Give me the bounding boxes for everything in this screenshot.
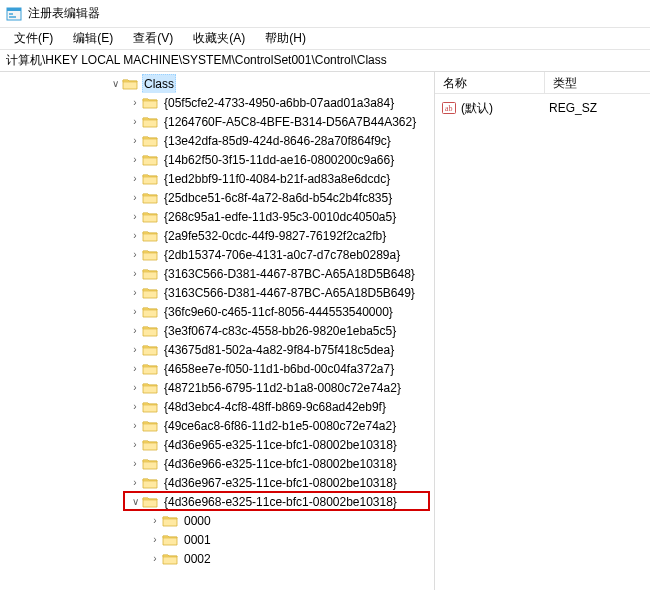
chevron-right-icon[interactable]: › — [128, 474, 142, 492]
tree-item[interactable]: ›0002 — [0, 549, 434, 568]
menu-edit[interactable]: 编辑(E) — [63, 28, 123, 49]
tree-item[interactable]: ›{4d36e967-e325-11ce-bfc1-08002be10318} — [0, 473, 434, 492]
tree-item-label: {3e3f0674-c83c-4558-bb26-9820e1eba5c5} — [162, 322, 398, 340]
folder-icon — [142, 172, 158, 186]
tree-item-label: {43675d81-502a-4a82-9f84-b75f418c5dea} — [162, 341, 396, 359]
tree-item[interactable]: ›{1ed2bbf9-11f0-4084-b21f-ad83a8e6dcdc} — [0, 169, 434, 188]
value-row[interactable]: ab(默认)REG_SZ — [435, 98, 650, 118]
chevron-right-icon[interactable]: › — [128, 227, 142, 245]
folder-icon — [142, 400, 158, 414]
tree-pane[interactable]: ∨Class›{05f5cfe2-4733-4950-a6bb-07aad01a… — [0, 72, 435, 590]
folder-icon — [142, 267, 158, 281]
chevron-right-icon[interactable]: › — [128, 208, 142, 226]
chevron-down-icon[interactable]: ∨ — [128, 493, 142, 511]
tree-item[interactable]: ›{2a9fe532-0cdc-44f9-9827-76192f2ca2fb} — [0, 226, 434, 245]
tree-item-label: {05f5cfe2-4733-4950-a6bb-07aad01a3a84} — [162, 94, 396, 112]
menu-bar: 文件(F) 编辑(E) 查看(V) 收藏夹(A) 帮助(H) — [0, 28, 650, 50]
tree-item[interactable]: ›{48721b56-6795-11d2-b1a8-0080c72e74a2} — [0, 378, 434, 397]
chevron-right-icon[interactable]: › — [148, 531, 162, 549]
chevron-right-icon[interactable]: › — [128, 94, 142, 112]
folder-icon — [142, 229, 158, 243]
chevron-right-icon[interactable]: › — [128, 113, 142, 131]
tree-item[interactable]: ›{4658ee7e-f050-11d1-b6bd-00c04fa372a7} — [0, 359, 434, 378]
chevron-right-icon[interactable]: › — [128, 151, 142, 169]
folder-icon — [142, 362, 158, 376]
tree-item-label: 0000 — [182, 512, 213, 530]
tree-item[interactable]: ›{48d3ebc4-4cf8-48ff-b869-9c68ad42eb9f} — [0, 397, 434, 416]
folder-icon — [142, 191, 158, 205]
tree-item[interactable]: ›{4d36e966-e325-11ce-bfc1-08002be10318} — [0, 454, 434, 473]
tree-item-label: {3163C566-D381-4467-87BC-A65A18D5B649} — [162, 284, 417, 302]
tree-item-label: {36fc9e60-c465-11cf-8056-444553540000} — [162, 303, 395, 321]
address-bar[interactable]: 计算机\HKEY LOCAL MACHINE\SYSTEM\ControlSet… — [0, 50, 650, 72]
tree-item[interactable]: ›{1264760F-A5C8-4BFE-B314-D56A7B44A362} — [0, 112, 434, 131]
tree-item-label: {49ce6ac8-6f86-11d2-b1e5-0080c72e74a2} — [162, 417, 398, 435]
chevron-right-icon[interactable]: › — [128, 170, 142, 188]
value-type: REG_SZ — [545, 101, 650, 115]
tree-item[interactable]: ›{14b62f50-3f15-11dd-ae16-0800200c9a66} — [0, 150, 434, 169]
chevron-right-icon[interactable]: › — [128, 284, 142, 302]
tree-item[interactable]: ›{05f5cfe2-4733-4950-a6bb-07aad01a3a84} — [0, 93, 434, 112]
chevron-right-icon[interactable]: › — [128, 246, 142, 264]
tree-item[interactable]: ›{2db15374-706e-4131-a0c7-d7c78eb0289a} — [0, 245, 434, 264]
chevron-right-icon[interactable]: › — [128, 322, 142, 340]
column-type[interactable]: 类型 — [545, 72, 650, 93]
menu-help[interactable]: 帮助(H) — [255, 28, 316, 49]
folder-icon — [142, 343, 158, 357]
tree-item[interactable]: ∨{4d36e968-e325-11ce-bfc1-08002be10318} — [0, 492, 434, 511]
values-pane[interactable]: 名称 类型 ab(默认)REG_SZ — [435, 72, 650, 590]
column-name[interactable]: 名称 — [435, 72, 545, 93]
folder-icon — [142, 381, 158, 395]
tree-item[interactable]: ›{3e3f0674-c83c-4558-bb26-9820e1eba5c5} — [0, 321, 434, 340]
menu-file[interactable]: 文件(F) — [4, 28, 63, 49]
window-title: 注册表编辑器 — [28, 5, 100, 22]
chevron-right-icon[interactable]: › — [128, 398, 142, 416]
menu-favorites[interactable]: 收藏夹(A) — [183, 28, 255, 49]
chevron-right-icon[interactable]: › — [128, 132, 142, 150]
tree-item[interactable]: ›{43675d81-502a-4a82-9f84-b75f418c5dea} — [0, 340, 434, 359]
tree-item[interactable]: ›{36fc9e60-c465-11cf-8056-444553540000} — [0, 302, 434, 321]
folder-icon — [142, 476, 158, 490]
tree-item-class[interactable]: ∨Class — [0, 74, 434, 93]
chevron-right-icon[interactable]: › — [128, 360, 142, 378]
tree-item[interactable]: ›0001 — [0, 530, 434, 549]
regedit-icon — [6, 6, 22, 22]
chevron-right-icon[interactable]: › — [128, 379, 142, 397]
tree-item-label: {4d36e968-e325-11ce-bfc1-08002be10318} — [162, 493, 399, 511]
chevron-right-icon[interactable]: › — [128, 189, 142, 207]
folder-icon — [142, 96, 158, 110]
tree-item-label: {4d36e967-e325-11ce-bfc1-08002be10318} — [162, 474, 399, 492]
tree-item[interactable]: ›{13e42dfa-85d9-424d-8646-28a70f864f9c} — [0, 131, 434, 150]
tree-item[interactable]: ›0000 — [0, 511, 434, 530]
chevron-right-icon[interactable]: › — [128, 436, 142, 454]
tree-item[interactable]: ›{268c95a1-edfe-11d3-95c3-0010dc4050a5} — [0, 207, 434, 226]
tree-item-label: {1264760F-A5C8-4BFE-B314-D56A7B44A362} — [162, 113, 418, 131]
chevron-right-icon[interactable]: › — [148, 512, 162, 530]
title-bar: 注册表编辑器 — [0, 0, 650, 28]
chevron-right-icon[interactable]: › — [128, 455, 142, 473]
folder-icon — [142, 210, 158, 224]
folder-icon — [142, 305, 158, 319]
tree-item[interactable]: ›{25dbce51-6c8f-4a72-8a6d-b54c2b4fc835} — [0, 188, 434, 207]
chevron-right-icon[interactable]: › — [148, 550, 162, 568]
chevron-right-icon[interactable]: › — [128, 265, 142, 283]
tree-item-label: {2a9fe532-0cdc-44f9-9827-76192f2ca2fb} — [162, 227, 388, 245]
folder-icon — [142, 324, 158, 338]
tree-item[interactable]: ›{3163C566-D381-4467-87BC-A65A18D5B649} — [0, 283, 434, 302]
chevron-right-icon[interactable]: › — [128, 303, 142, 321]
tree-item-label: {48d3ebc4-4cf8-48ff-b869-9c68ad42eb9f} — [162, 398, 388, 416]
chevron-down-icon[interactable]: ∨ — [108, 75, 122, 93]
folder-icon — [142, 286, 158, 300]
tree-item-label: {3163C566-D381-4467-87BC-A65A18D5B648} — [162, 265, 417, 283]
menu-view[interactable]: 查看(V) — [123, 28, 183, 49]
chevron-right-icon[interactable]: › — [128, 341, 142, 359]
folder-icon — [142, 438, 158, 452]
tree-item-label: {4d36e966-e325-11ce-bfc1-08002be10318} — [162, 455, 399, 473]
svg-rect-2 — [9, 13, 13, 15]
tree-item[interactable]: ›{4d36e965-e325-11ce-bfc1-08002be10318} — [0, 435, 434, 454]
folder-icon — [142, 134, 158, 148]
chevron-right-icon[interactable]: › — [128, 417, 142, 435]
values-header: 名称 类型 — [435, 72, 650, 94]
tree-item[interactable]: ›{3163C566-D381-4467-87BC-A65A18D5B648} — [0, 264, 434, 283]
tree-item[interactable]: ›{49ce6ac8-6f86-11d2-b1e5-0080c72e74a2} — [0, 416, 434, 435]
